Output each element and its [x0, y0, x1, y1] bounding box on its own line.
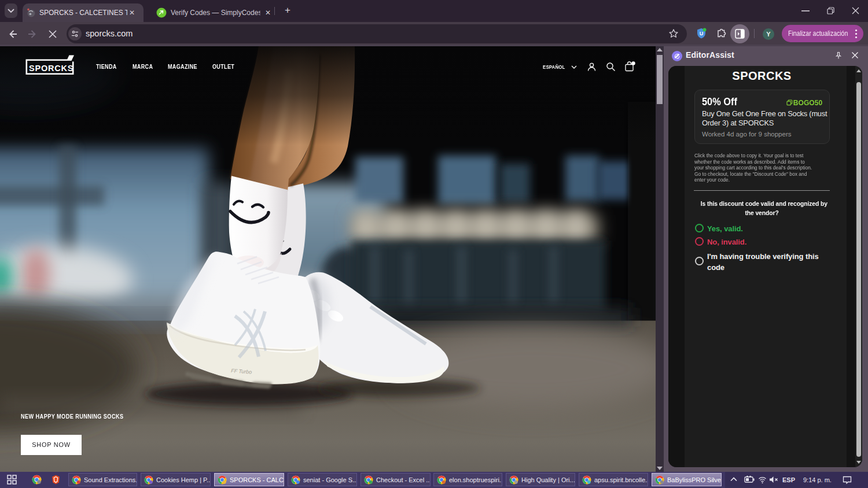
svg-text:U: U: [700, 31, 704, 36]
svg-text:SPORCKS: SPORCKS: [29, 64, 73, 73]
